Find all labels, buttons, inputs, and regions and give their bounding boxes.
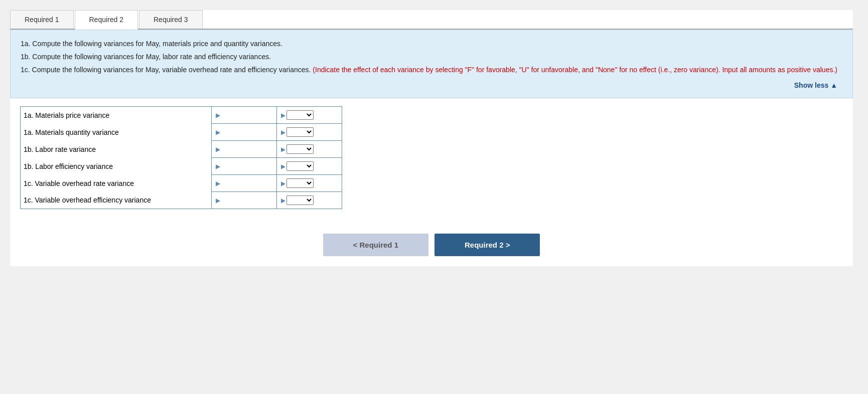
table-wrapper: 1a. Materials price variance▶▶FUNone1a. … — [20, 106, 342, 209]
effect-select-1[interactable]: FUNone — [286, 127, 314, 137]
info-box: 1a. Compute the following variances for … — [10, 30, 853, 98]
table-section: 1a. Materials price variance▶▶FUNone1a. … — [10, 98, 853, 219]
instruction-line3-black: 1c. Compute the following variances for … — [21, 66, 311, 74]
amount-input-2[interactable] — [221, 145, 272, 153]
tab-required2[interactable]: Required 2 — [75, 10, 138, 30]
table-row: 1a. Materials quantity variance▶▶FUNone — [21, 124, 342, 141]
show-less-button[interactable]: Show less ▲ — [21, 80, 842, 92]
effect-cell-4[interactable]: ▶FUNone — [276, 175, 342, 192]
effect-cell-5[interactable]: ▶FUNone — [276, 192, 342, 209]
variance-label-2: 1b. Labor rate variance — [21, 141, 211, 158]
effect-cell-3[interactable]: ▶FUNone — [276, 158, 342, 175]
effect-select-4[interactable]: FUNone — [286, 178, 314, 188]
table-row: 1a. Materials price variance▶▶FUNone — [21, 107, 342, 124]
show-less-label: Show less ▲ — [794, 81, 837, 89]
effect-cell-0[interactable]: ▶FUNone — [276, 107, 342, 124]
instruction-line2: 1b. Compute the following variances for … — [21, 51, 842, 63]
amount-input-5[interactable] — [221, 196, 272, 205]
amount-cell-0[interactable]: ▶ — [211, 107, 276, 124]
effect-select-5[interactable]: FUNone — [286, 195, 314, 205]
amount-input-3[interactable] — [221, 162, 272, 170]
effect-select-0[interactable]: FUNone — [286, 110, 314, 120]
variance-label-5: 1c. Variable overhead efficiency varianc… — [21, 192, 211, 209]
page-container: Required 1 Required 2 Required 3 1a. Com… — [10, 10, 853, 266]
table-row: 1b. Labor rate variance▶▶FUNone — [21, 141, 342, 158]
amount-cell-4[interactable]: ▶ — [211, 175, 276, 192]
table-row: 1c. Variable overhead efficiency varianc… — [21, 192, 342, 209]
instruction-line3-red: (Indicate the effect of each variance by… — [311, 66, 837, 74]
amount-cell-3[interactable]: ▶ — [211, 158, 276, 175]
variance-label-1: 1a. Materials quantity variance — [21, 124, 211, 141]
effect-cell-2[interactable]: ▶FUNone — [276, 141, 342, 158]
nav-buttons: < Required 1 Required 2 > — [10, 234, 853, 256]
amount-cell-1[interactable]: ▶ — [211, 124, 276, 141]
variance-label-3: 1b. Labor efficiency variance — [21, 158, 211, 175]
effect-select-2[interactable]: FUNone — [286, 144, 314, 154]
amount-cell-5[interactable]: ▶ — [211, 192, 276, 209]
amount-input-1[interactable] — [221, 128, 272, 136]
table-row: 1c. Variable overhead rate variance▶▶FUN… — [21, 175, 342, 192]
tab-required1[interactable]: Required 1 — [10, 10, 74, 29]
amount-input-0[interactable] — [221, 111, 272, 119]
amount-cell-2[interactable]: ▶ — [211, 141, 276, 158]
variance-table: 1a. Materials price variance▶▶FUNone1a. … — [21, 107, 342, 209]
amount-input-4[interactable] — [221, 179, 272, 187]
tab-required3[interactable]: Required 3 — [139, 10, 203, 29]
variance-label-0: 1a. Materials price variance — [21, 107, 211, 124]
effect-select-3[interactable]: FUNone — [286, 161, 314, 171]
table-row: 1b. Labor efficiency variance▶▶FUNone — [21, 158, 342, 175]
instruction-line3: 1c. Compute the following variances for … — [21, 64, 842, 76]
next-button[interactable]: Required 2 > — [435, 234, 540, 256]
effect-cell-1[interactable]: ▶FUNone — [276, 124, 342, 141]
variance-label-4: 1c. Variable overhead rate variance — [21, 175, 211, 192]
instruction-line1: 1a. Compute the following variances for … — [21, 38, 842, 50]
prev-button[interactable]: < Required 1 — [323, 234, 428, 256]
tabs-row: Required 1 Required 2 Required 3 — [10, 10, 853, 30]
